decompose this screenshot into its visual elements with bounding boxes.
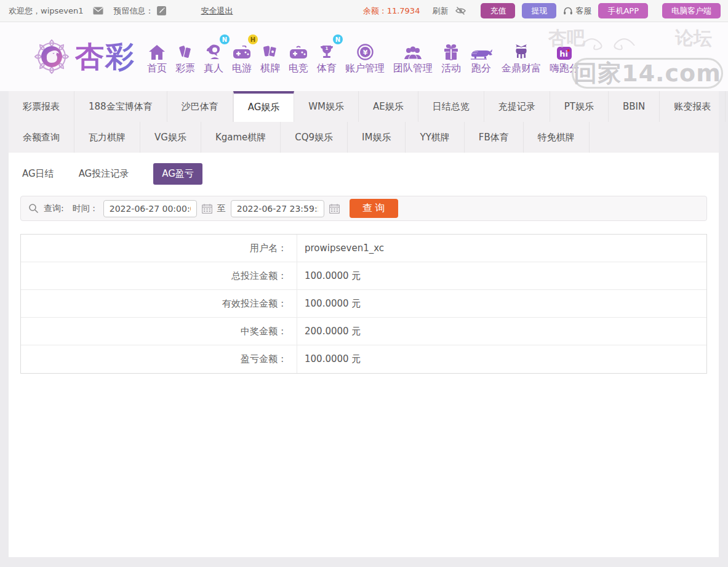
search-icon — [28, 203, 39, 214]
logout-link[interactable]: 安全退出 — [201, 6, 233, 17]
nav-item-label: 跑分 — [471, 62, 491, 74]
tabs-row1-tab-2[interactable]: 沙巴体育 — [167, 91, 233, 122]
edit-pencil-icon[interactable] — [157, 6, 166, 15]
report-tabs-row1: 彩票报表188金宝博体育沙巴体育AG娱乐WM娱乐AE娱乐日结总览充提记录PT娱乐… — [9, 91, 719, 122]
nav-item-label: 电游 — [232, 62, 252, 74]
subtab-1[interactable]: AG投注记录 — [79, 168, 129, 180]
trophy-icon: 1N — [317, 38, 337, 60]
eye-off-icon[interactable] — [455, 6, 466, 15]
tabs-row2-tab-6[interactable]: YY棋牌 — [406, 122, 464, 153]
nav-item-7[interactable]: ¥账户管理 — [341, 38, 389, 75]
profit-report-table: 用户名：prowipseven1_xc总投注金额：100.0000 元有效投注金… — [20, 234, 707, 374]
query-label: 查询: — [44, 203, 64, 214]
recharge-button[interactable]: 充值 — [481, 3, 515, 18]
nav-item-1[interactable]: 彩票 — [171, 38, 199, 75]
nav-item-label: 团队管理 — [393, 62, 433, 74]
report-row-label: 中奖金额： — [21, 318, 297, 345]
report-row-4: 盈亏金额：100.0000 元 — [21, 345, 706, 373]
new-badge: N — [333, 34, 343, 44]
tabs-row2-tab-0[interactable]: 余额查询 — [9, 122, 74, 153]
tabs-row1-tab-11[interactable]: 转账报表 — [726, 91, 728, 122]
calendar-icon[interactable] — [202, 204, 212, 214]
coin-icon: ¥ — [345, 38, 385, 60]
report-row-label: 总投注金额： — [21, 262, 297, 289]
report-row-1: 总投注金额：100.0000 元 — [21, 262, 706, 290]
tabs-row1-tab-1[interactable]: 188金宝博体育 — [74, 91, 167, 122]
flower-logo-icon — [32, 38, 71, 76]
nav-item-8[interactable]: 团队管理 — [389, 38, 437, 75]
subtab-2[interactable]: AG盈亏 — [153, 163, 202, 185]
nav-item-10[interactable]: 跑分 — [465, 38, 497, 75]
report-row-value: prowipseven1_xc — [297, 235, 384, 262]
nav-item-label: 体育 — [317, 62, 337, 74]
logo-text: 杏彩 — [75, 38, 135, 76]
tabs-row1-tab-3[interactable]: AG娱乐 — [233, 91, 295, 122]
nav-item-3[interactable]: H电游 — [228, 38, 256, 75]
team-icon — [393, 38, 433, 60]
mobile-app-button[interactable]: 手机APP — [598, 3, 648, 18]
tripod-icon — [502, 38, 541, 60]
tabs-row1-tab-5[interactable]: AE娱乐 — [359, 91, 418, 122]
balance-value: 11.7934 — [387, 6, 420, 15]
tabs-row1-tab-6[interactable]: 日结总览 — [418, 91, 484, 122]
envelope-icon[interactable] — [93, 7, 103, 15]
tabs-row2-tab-7[interactable]: FB体育 — [465, 122, 524, 153]
report-row-label: 有效投注金额： — [21, 290, 297, 317]
nav-item-0[interactable]: 首页 — [143, 38, 171, 75]
nav-item-label: 活动 — [441, 62, 461, 74]
site-header: 杏彩 首页彩票N真人H电游棋牌电竞1N体育¥账户管理团队管理活动跑分金鼎财富hi… — [0, 22, 728, 91]
topbar: 欢迎您，wipseven1 预留信息： 安全退出 余额：11.7934 刷新 充… — [0, 0, 728, 22]
watermark-right: 论坛 — [675, 26, 712, 51]
tabs-row2-tab-2[interactable]: VG娱乐 — [140, 122, 201, 153]
report-row-value: 100.0000 元 — [297, 345, 361, 373]
refresh-button[interactable]: 刷新 — [432, 6, 448, 17]
end-time-input[interactable] — [231, 200, 324, 217]
nav-item-9[interactable]: 活动 — [437, 38, 465, 75]
to-label: 至 — [217, 203, 226, 214]
report-tabs-row2: 余额查询瓦力棋牌VG娱乐Kgame棋牌CQ9娱乐IM娱乐YY棋牌FB体育特免棋牌 — [9, 122, 719, 153]
nav-item-label: 真人 — [204, 62, 223, 74]
query-submit-button[interactable]: 查 询 — [350, 199, 398, 218]
tabs-row1-tab-0[interactable]: 彩票报表 — [9, 91, 74, 122]
customer-service-button[interactable]: 客服 — [563, 6, 591, 17]
balance-text: 余额：11.7934 — [363, 6, 420, 17]
live-person-icon: N — [204, 38, 223, 60]
tabs-row1-tab-8[interactable]: PT娱乐 — [550, 91, 609, 122]
watermark-domain: 回家14.com — [572, 58, 723, 89]
watermark-left: 杏吧 — [548, 26, 585, 51]
report-row-3: 中奖金额：200.0000 元 — [21, 318, 706, 345]
report-row-value: 200.0000 元 — [297, 318, 361, 345]
start-time-input[interactable] — [103, 200, 197, 217]
nav-item-2[interactable]: N真人 — [199, 38, 228, 75]
calendar-icon[interactable] — [329, 204, 340, 214]
nav-item-6[interactable]: 1N体育 — [313, 38, 341, 75]
esports-icon — [289, 38, 308, 60]
site-logo[interactable]: 杏彩 — [32, 38, 135, 76]
nav-item-5[interactable]: 电竞 — [284, 38, 313, 75]
gift-icon — [441, 38, 461, 60]
home-icon — [147, 38, 167, 60]
tabs-row2-tab-4[interactable]: CQ9娱乐 — [281, 122, 348, 153]
tabs-row1-tab-7[interactable]: 充提记录 — [484, 91, 550, 122]
pc-client-button[interactable]: 电脑客户端 — [662, 3, 721, 18]
service-label: 客服 — [575, 6, 591, 17]
gamepad-icon: H — [232, 38, 252, 60]
report-row-label: 盈亏金额： — [21, 345, 297, 373]
nav-item-4[interactable]: 棋牌 — [256, 38, 284, 75]
withdraw-button[interactable]: 提现 — [522, 3, 556, 18]
nav-item-label: 账户管理 — [345, 62, 385, 74]
tabs-row2-tab-1[interactable]: 瓦力棋牌 — [74, 122, 140, 153]
tabs-row1-tab-9[interactable]: BBIN — [609, 91, 660, 122]
tabs-row1-tab-10[interactable]: 账变报表 — [660, 91, 726, 122]
tabs-row2-filler — [590, 122, 719, 153]
tabs-row2-tab-8[interactable]: 特免棋牌 — [524, 122, 590, 153]
tabs-row2-tab-5[interactable]: IM娱乐 — [348, 122, 406, 153]
subtab-0[interactable]: AG日结 — [22, 168, 54, 180]
reserved-info-label: 预留信息： — [113, 6, 153, 17]
nav-item-11[interactable]: 金鼎财富 — [497, 38, 545, 75]
svg-text:1: 1 — [326, 46, 329, 51]
main-nav: 首页彩票N真人H电游棋牌电竞1N体育¥账户管理团队管理活动跑分金鼎财富hi嗨跑分 — [143, 38, 583, 75]
tabs-row2-tab-3[interactable]: Kgame棋牌 — [201, 122, 281, 153]
tabs-row1-tab-4[interactable]: WM娱乐 — [294, 91, 359, 122]
report-row-label: 用户名： — [21, 235, 297, 262]
